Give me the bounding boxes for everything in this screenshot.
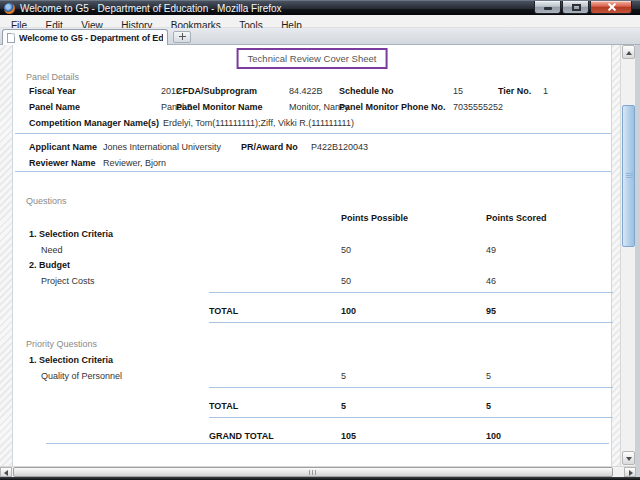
question-item-name: Project Costs bbox=[41, 276, 95, 287]
question-item-scored: 49 bbox=[486, 245, 496, 256]
horizontal-scrollbar-thumb[interactable] bbox=[13, 467, 613, 477]
separator-line bbox=[209, 292, 613, 293]
questions-group-2-heading: 2. Budget bbox=[29, 260, 70, 271]
questions-total-label: TOTAL bbox=[209, 306, 238, 317]
window-border bbox=[635, 45, 640, 477]
priority-total-label: TOTAL bbox=[209, 401, 238, 412]
points-scored-header: Points Scored bbox=[486, 213, 547, 224]
maximize-button[interactable] bbox=[562, 1, 589, 14]
priority-group-1-heading: 1. Selection Criteria bbox=[29, 355, 113, 366]
priority-item-scored: 5 bbox=[486, 371, 491, 382]
priority-questions-section-label: Priority Questions bbox=[26, 339, 97, 350]
scroll-left-button[interactable] bbox=[0, 467, 12, 477]
questions-total-possible: 100 bbox=[341, 306, 356, 317]
panel-details-section-label: Panel Details bbox=[26, 72, 79, 83]
grand-total-possible: 105 bbox=[341, 431, 356, 442]
window-controls bbox=[534, 1, 632, 14]
question-item-possible: 50 bbox=[341, 245, 351, 256]
tab-welcome-g5[interactable]: Welcome to G5 - Department of Edu... bbox=[2, 29, 168, 45]
scroll-down-button[interactable] bbox=[622, 451, 635, 465]
maximize-icon bbox=[572, 4, 581, 11]
competition-manager-value: Erdelyi, Tom(111111111);Ziff, Vikki R.(1… bbox=[163, 118, 354, 129]
arrow-right-icon bbox=[629, 470, 633, 476]
title-bar: Welcome to G5 - Department of Education … bbox=[0, 0, 640, 15]
separator-line bbox=[15, 133, 611, 134]
question-item-scored: 46 bbox=[486, 276, 496, 287]
fiscal-year-label: Fiscal Year bbox=[29, 86, 76, 97]
question-item-possible: 50 bbox=[341, 276, 351, 287]
separator-line bbox=[209, 322, 613, 323]
window-title: Welcome to G5 - Department of Education … bbox=[20, 3, 282, 14]
tier-no-label: Tier No. bbox=[498, 86, 531, 97]
scrollbar-grip-icon bbox=[309, 470, 317, 475]
panel-monitor-phone-value: 7035555252 bbox=[453, 102, 503, 113]
reviewer-name-label: Reviewer Name bbox=[29, 158, 96, 169]
separator-line bbox=[209, 387, 613, 388]
applicant-name-value: Jones International University bbox=[103, 142, 221, 153]
tab-bar: Welcome to G5 - Department of Edu... bbox=[0, 28, 640, 45]
separator-line bbox=[15, 171, 611, 172]
scroll-up-button[interactable] bbox=[622, 45, 635, 59]
panel-name-label: Panel Name bbox=[29, 102, 80, 113]
close-button[interactable] bbox=[590, 1, 632, 14]
arrow-left-icon bbox=[4, 470, 8, 476]
vertical-scrollbar-thumb[interactable] bbox=[622, 105, 635, 247]
schedule-no-value: 15 bbox=[453, 86, 463, 97]
priority-total-scored: 5 bbox=[486, 401, 491, 412]
menu-bar: File Edit View History Bookmarks Tools H… bbox=[0, 15, 640, 28]
scrollbar-grip-icon bbox=[626, 173, 633, 179]
priority-item-name: Quality of Personnel bbox=[41, 371, 122, 382]
schedule-no-label: Schedule No bbox=[339, 86, 394, 97]
tab-title: Welcome to G5 - Department of Edu... bbox=[19, 33, 163, 43]
priority-total-possible: 5 bbox=[341, 401, 346, 412]
grand-total-scored: 100 bbox=[486, 431, 501, 442]
horizontal-scrollbar[interactable] bbox=[0, 466, 636, 477]
questions-section-label: Questions bbox=[26, 196, 67, 207]
minimize-button[interactable] bbox=[534, 1, 561, 14]
minimize-icon bbox=[544, 7, 552, 10]
cfda-value: 84.422B bbox=[289, 86, 323, 97]
scroll-right-button[interactable] bbox=[624, 467, 636, 477]
arrow-up-icon bbox=[626, 51, 632, 55]
page-icon bbox=[7, 33, 15, 43]
separator-line bbox=[209, 417, 613, 418]
questions-total-scored: 95 bbox=[486, 306, 496, 317]
cfda-label: CFDA/Subprogram bbox=[176, 86, 257, 97]
new-tab-button[interactable] bbox=[173, 31, 191, 43]
pr-award-no-label: PR/Award No bbox=[241, 142, 298, 153]
arrow-down-icon bbox=[626, 457, 632, 461]
separator-line bbox=[46, 443, 609, 444]
reviewer-name-value: Reviewer, Bjorn bbox=[103, 158, 166, 169]
pr-award-no-value: P422B120043 bbox=[311, 142, 368, 153]
tier-no-value: 1 bbox=[543, 86, 548, 97]
page-title: Technical Review Cover Sheet bbox=[237, 48, 388, 69]
vertical-scrollbar[interactable] bbox=[620, 45, 635, 466]
competition-manager-label: Competition Manager Name(s) bbox=[29, 118, 159, 129]
browser-viewport: Technical Review Cover Sheet Panel Detai… bbox=[0, 45, 640, 466]
applicant-name-label: Applicant Name bbox=[29, 142, 97, 153]
content-panel: Technical Review Cover Sheet Panel Detai… bbox=[12, 45, 612, 466]
grand-total-label: GRAND TOTAL bbox=[209, 431, 274, 442]
points-possible-header: Points Possible bbox=[341, 213, 408, 224]
questions-group-1-heading: 1. Selection Criteria bbox=[29, 229, 113, 240]
panel-monitor-phone-label: Panel Monitor Phone No. bbox=[339, 102, 446, 113]
panel-monitor-name-label: Panel Monitor Name bbox=[176, 102, 263, 113]
question-item-name: Need bbox=[41, 245, 63, 256]
priority-item-possible: 5 bbox=[341, 371, 346, 382]
firefox-icon bbox=[4, 3, 15, 14]
